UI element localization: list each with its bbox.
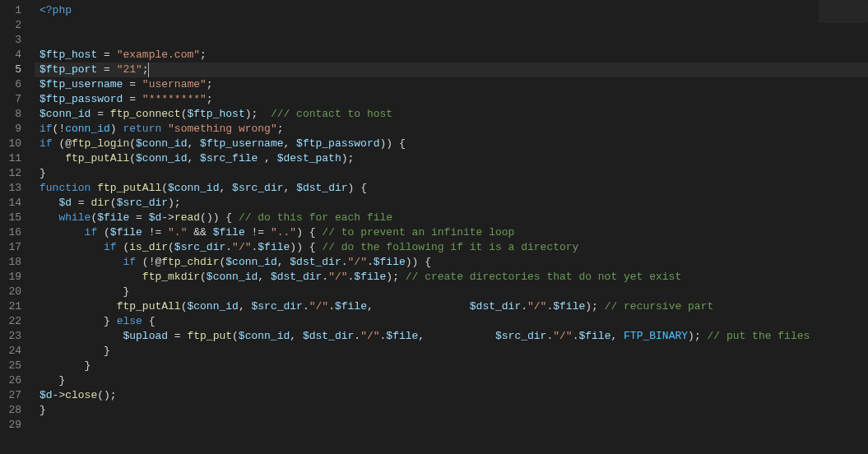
code-token: [39, 211, 58, 224]
code-token: read: [174, 211, 200, 224]
code-token: [39, 152, 65, 164]
code-token: (: [97, 226, 110, 239]
code-area[interactable]: <?php$ftp_host = "example.com";$ftp_port…: [35, 0, 868, 454]
code-line[interactable]: if (!@ftp_chdir($conn_id, $dst_dir."/".$…: [35, 255, 868, 270]
code-token: $src_dir: [232, 182, 283, 194]
code-token: $ftp_username: [39, 78, 123, 90]
code-token: "/": [553, 330, 572, 342]
line-number: 18: [7, 255, 21, 270]
code-token: ;: [200, 49, 207, 61]
code-token: ,: [284, 137, 297, 150]
code-line[interactable]: }: [35, 285, 868, 299]
code-token: if: [104, 241, 117, 253]
code-line[interactable]: }: [35, 403, 868, 418]
code-token: ,: [258, 152, 276, 164]
code-line[interactable]: $conn_id = ftp_connect($ftp_host); /// c…: [35, 107, 868, 122]
code-token: [161, 123, 168, 135]
code-token: (: [200, 271, 207, 283]
code-token: .: [367, 256, 374, 268]
code-token: $src_dir: [495, 330, 546, 342]
code-line[interactable]: ftp_putAll($conn_id, $src_file , $dest_p…: [35, 151, 868, 166]
code-token: {: [142, 315, 155, 327]
code-token: =: [123, 78, 142, 90]
line-number: 11: [7, 151, 21, 166]
code-line[interactable]: [35, 33, 868, 48]
code-line[interactable]: $ftp_username = "username";: [35, 77, 868, 92]
code-line[interactable]: if (is_dir($src_dir."/".$file)) { // do …: [35, 240, 868, 255]
code-line[interactable]: }: [35, 166, 868, 181]
code-token: <?php: [39, 4, 72, 16]
code-token: ,: [219, 182, 232, 194]
code-token: .: [322, 271, 328, 283]
code-line[interactable]: $ftp_host = "example.com";: [35, 48, 868, 63]
code-line[interactable]: $upload = ftp_put($conn_id, $dst_dir."/"…: [35, 329, 868, 344]
code-token: ,: [418, 330, 495, 342]
code-line[interactable]: ftp_putAll($conn_id, $src_dir."/".$file,…: [35, 299, 868, 314]
line-number: 23: [7, 329, 21, 344]
code-line[interactable]: function ftp_putAll($conn_id, $src_dir, …: [35, 181, 868, 196]
line-number: 24: [7, 344, 21, 359]
code-token: (@: [53, 137, 72, 150]
code-token: ftp_putAll: [65, 152, 129, 164]
line-number: 5: [7, 63, 21, 77]
code-token: "..": [271, 226, 296, 239]
code-token: ->: [53, 389, 66, 401]
code-token: $d: [39, 389, 53, 401]
code-token: );: [386, 271, 405, 283]
code-token: $ftp_host: [187, 108, 244, 120]
code-token: .: [303, 300, 309, 313]
code-token: (: [110, 197, 117, 209]
code-line[interactable]: $ftp_password = "********";: [35, 92, 868, 107]
code-token: return: [123, 123, 161, 135]
code-token: "/": [527, 300, 546, 313]
code-line[interactable]: } else {: [35, 314, 868, 329]
code-line[interactable]: while($file = $d->read()) { // do this f…: [35, 211, 868, 225]
code-token: $conn_id: [136, 152, 187, 164]
code-token: )) {: [406, 256, 431, 268]
code-line[interactable]: if ($file != "." && $file != "..") { // …: [35, 225, 868, 240]
code-line[interactable]: if (@ftp_login($conn_id, $ftp_username, …: [35, 137, 868, 151]
code-token: "/": [309, 300, 328, 313]
code-token: "/": [232, 241, 251, 253]
code-token: if: [123, 256, 136, 268]
code-token: $conn_id: [168, 182, 219, 194]
code-token: $ftp_username: [200, 137, 283, 150]
code-token: "something wrong": [168, 123, 277, 135]
code-line[interactable]: <?php: [35, 3, 868, 18]
line-number: 6: [7, 77, 21, 92]
code-token: ftp_login: [72, 137, 129, 150]
code-line[interactable]: $d->close();: [35, 388, 868, 403]
code-token: $d: [149, 211, 162, 224]
line-number: 3: [7, 33, 21, 48]
code-token: $file: [110, 226, 142, 239]
code-line[interactable]: }: [35, 344, 868, 359]
code-token: (: [161, 182, 168, 194]
code-editor[interactable]: 1234567891011121314151617181920212223242…: [0, 0, 868, 454]
line-number: 16: [7, 225, 21, 240]
code-line[interactable]: [35, 418, 868, 433]
code-token: $file: [258, 241, 290, 253]
code-token: ftp_putAll: [97, 182, 161, 194]
code-token: )) {: [380, 137, 406, 150]
code-token: ftp_mkdir: [142, 271, 200, 283]
code-line[interactable]: if(!conn_id) return "something wrong";: [35, 122, 868, 137]
code-token: $file: [374, 256, 406, 268]
line-number: 7: [7, 92, 21, 107]
code-token: "username": [142, 78, 207, 90]
code-line[interactable]: $d = dir($src_dir);: [35, 196, 868, 211]
code-token: ftp_connect: [110, 108, 181, 120]
code-line[interactable]: [35, 18, 868, 33]
code-token: =: [123, 93, 142, 105]
code-token: "/": [360, 330, 379, 342]
code-token: else: [117, 315, 142, 327]
code-line[interactable]: }: [35, 373, 868, 388]
code-line[interactable]: ftp_mkdir($conn_id, $dst_dir."/".$file);…: [35, 270, 868, 285]
code-token: $conn_id: [225, 256, 276, 268]
code-token: $conn_id: [187, 300, 238, 313]
code-token: $file: [335, 300, 367, 313]
code-token: [39, 226, 85, 239]
code-line[interactable]: }: [35, 359, 868, 373]
code-token: $conn_id: [39, 108, 91, 120]
code-line[interactable]: $ftp_port = "21";: [35, 63, 868, 77]
line-number: 26: [7, 373, 21, 388]
